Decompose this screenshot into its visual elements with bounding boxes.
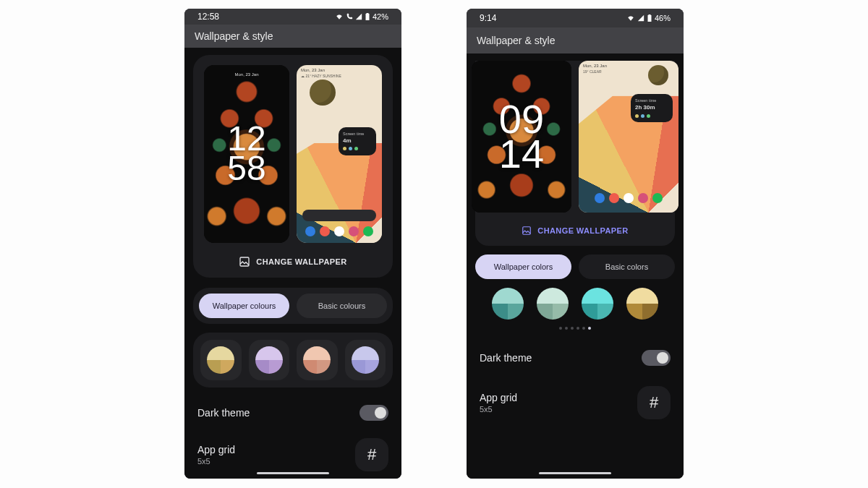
- color-swatches: [475, 288, 675, 320]
- dock-icon: [305, 226, 315, 236]
- battery-icon: [647, 14, 652, 22]
- tab-wallpaper-colors[interactable]: Wallpaper colors: [475, 254, 571, 279]
- page-dot[interactable]: [588, 327, 591, 330]
- status-icons: 42%: [335, 12, 388, 21]
- analog-clock-widget: [648, 65, 668, 85]
- color-swatch[interactable]: [297, 340, 338, 381]
- color-swatch[interactable]: [200, 340, 242, 381]
- content: 09 14 Mon, 23 Jan 19° CLEAR Screen time …: [467, 53, 684, 479]
- page-dot[interactable]: [565, 327, 568, 330]
- svg-rect-1: [523, 227, 531, 235]
- lock-clock: 09 14: [472, 61, 571, 213]
- page-dot[interactable]: [582, 327, 585, 330]
- battery-icon: [365, 12, 370, 21]
- swatch-page-indicator: [475, 327, 675, 330]
- dock-icon: [624, 193, 634, 203]
- gesture-nav-bar[interactable]: [257, 472, 329, 474]
- page-title: Wallpaper & style: [467, 27, 684, 53]
- tab-wallpaper-colours[interactable]: Wallpaper colours: [199, 294, 289, 318]
- color-swatch[interactable]: [582, 288, 613, 320]
- app-grid-row[interactable]: App grid 5x5 #: [193, 428, 393, 471]
- app-grid-label: App grid: [197, 444, 235, 455]
- dock: [579, 191, 678, 205]
- status-bar: 9:14 46%: [467, 9, 684, 27]
- color-source-tabs: Wallpaper colours Basic colours: [193, 288, 393, 324]
- phone-right: 9:14 46% Wallpaper & style 09 14: [467, 9, 684, 479]
- tab-basic-colors[interactable]: Basic colors: [579, 254, 675, 279]
- status-time: 9:14: [480, 13, 496, 23]
- svg-rect-0: [240, 257, 249, 266]
- color-source-tabs: Wallpaper colors Basic colors: [475, 254, 675, 279]
- phone-left: 12:58 42% Wallpaper & style Mon, 23 Jan …: [184, 9, 401, 479]
- screen-time-widget: Screen time 4m: [339, 127, 376, 155]
- hash-icon: #: [650, 393, 658, 412]
- homescreen-preview[interactable]: Mon, 23 Jan ☁ 21° HAZY SUNSHINE Screen t…: [297, 65, 382, 243]
- homescreen-preview[interactable]: Mon, 23 Jan 19° CLEAR Screen time 2h 30m: [579, 61, 678, 213]
- dock-icon: [595, 193, 605, 203]
- dark-theme-toggle[interactable]: [359, 405, 388, 421]
- app-grid-button[interactable]: #: [355, 438, 388, 471]
- wallpaper-preview-card: Mon, 23 Jan 12 58 Mon, 23 Jan ☁ 21° HAZY…: [193, 55, 393, 278]
- page-dot[interactable]: [571, 327, 574, 330]
- gesture-nav-bar[interactable]: [539, 472, 611, 474]
- hash-icon: #: [367, 445, 376, 464]
- color-swatch[interactable]: [492, 288, 524, 320]
- image-icon: [239, 256, 250, 267]
- app-grid-button[interactable]: #: [637, 386, 671, 419]
- dark-theme-row: Dark theme: [193, 395, 393, 421]
- lockscreen-preview[interactable]: 09 14: [472, 61, 571, 213]
- color-swatch[interactable]: [626, 288, 658, 320]
- screen-time-widget: Screen time 2h 30m: [631, 94, 673, 122]
- home-weather-line: ☁ 21° HAZY SUNSHINE: [301, 74, 341, 78]
- home-status-line: Mon, 23 Jan: [583, 64, 607, 68]
- status-bar: 12:58 42%: [184, 9, 401, 25]
- signal-icon: [637, 14, 644, 22]
- dark-theme-toggle[interactable]: [642, 350, 671, 366]
- wifi-icon: [335, 13, 344, 20]
- analog-clock-widget: [310, 80, 336, 106]
- dock-icon: [638, 193, 648, 203]
- page-title: Wallpaper & style: [184, 25, 401, 47]
- search-bar: [302, 210, 376, 221]
- wifi-calling-icon: [346, 13, 353, 20]
- dock-icon: [320, 226, 330, 236]
- battery-percent: 46%: [655, 14, 671, 22]
- dock-icon: [652, 193, 663, 203]
- status-icons: 46%: [626, 14, 671, 22]
- color-swatches: [193, 333, 393, 388]
- dock-icon: [609, 193, 619, 203]
- tab-basic-colours[interactable]: Basic colours: [297, 294, 387, 318]
- dark-theme-label: Dark theme: [197, 407, 250, 419]
- page-dot[interactable]: [559, 327, 562, 330]
- home-status-line: Mon, 23 Jan: [301, 68, 325, 72]
- color-swatch[interactable]: [537, 288, 569, 320]
- dark-theme-label: Dark theme: [480, 352, 532, 364]
- lockscreen-preview[interactable]: Mon, 23 Jan 12 58: [204, 65, 289, 243]
- app-grid-row[interactable]: App grid 5x5 #: [475, 376, 675, 419]
- dock-icon: [334, 226, 344, 236]
- image-icon: [522, 226, 532, 236]
- color-swatch[interactable]: [345, 340, 386, 381]
- change-wallpaper-button[interactable]: CHANGE WALLPAPER: [522, 226, 628, 236]
- dark-theme-row: Dark theme: [475, 340, 675, 366]
- status-time: 12:58: [197, 12, 219, 22]
- change-wallpaper-button[interactable]: CHANGE WALLPAPER: [239, 256, 346, 267]
- content: Mon, 23 Jan 12 58 Mon, 23 Jan ☁ 21° HAZY…: [184, 48, 401, 479]
- signal-icon: [355, 13, 362, 20]
- app-grid-label: App grid: [480, 392, 517, 403]
- wifi-icon: [626, 14, 635, 22]
- color-swatch[interactable]: [249, 340, 290, 381]
- home-weather-line: 19° CLEAR: [583, 69, 602, 74]
- wallpaper-preview-card: 09 14 Mon, 23 Jan 19° CLEAR Screen time …: [475, 61, 675, 246]
- page-dot[interactable]: [576, 327, 579, 330]
- lock-clock: 12 58: [204, 65, 289, 243]
- dock-icon: [363, 226, 373, 236]
- dock-icon: [349, 226, 359, 236]
- dock: [297, 224, 382, 239]
- app-grid-value: 5x5: [480, 405, 517, 414]
- battery-percent: 42%: [373, 12, 388, 21]
- app-grid-value: 5x5: [197, 457, 235, 466]
